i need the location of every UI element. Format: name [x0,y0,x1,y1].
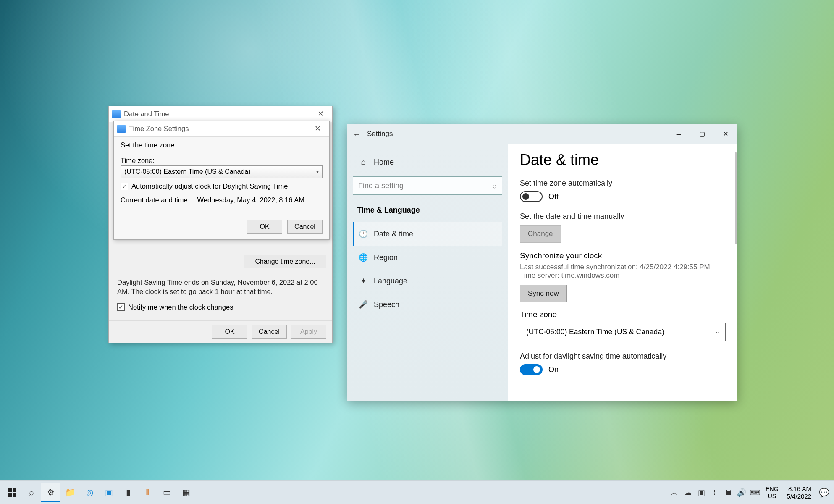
sidebar-item-language[interactable]: ✦ Language [353,269,502,293]
dialog-button-bar: OK Cancel Apply [109,320,332,343]
taskbar-app-file-explorer[interactable]: 📁 [60,483,80,502]
taskbar-app-store[interactable]: ▣ [99,483,118,502]
clock-date: 5/4/2022 [787,493,811,500]
chevron-down-icon: ▾ [316,169,319,175]
close-icon[interactable]: ✕ [309,123,326,135]
notify-label: Notify me when the clock changes [128,303,233,311]
globe-icon: 🌐 [359,253,368,262]
apply-button[interactable]: Apply [291,325,326,339]
taskbar-clock[interactable]: 8:16 AM 5/4/2022 [783,485,816,500]
auto-tz-toggle[interactable]: Off [520,191,726,202]
tray-overflow-icon[interactable]: ︿ [668,488,681,498]
sidebar-item-home[interactable]: ⌂ Home [353,150,502,174]
time-zone-settings-dialog: Time Zone Settings ✕ Set the time zone: … [113,121,330,240]
auto-tz-label: Set time zone automatically [520,179,726,188]
tray-icon[interactable]: ⁞ [708,488,721,497]
change-button[interactable]: Change [520,225,561,243]
ok-button[interactable]: OK [247,220,282,234]
terminal-icon: ▮ [126,487,131,497]
minimize-icon[interactable]: ─ [667,124,690,144]
time-zone-dropdown[interactable]: (UTC-05:00) Eastern Time (US & Canada) ⌄ [520,323,726,341]
start-button[interactable] [3,483,22,502]
close-icon[interactable]: ✕ [714,124,737,144]
search-placeholder: Find a setting [358,181,404,190]
taskbar-app-generic-2[interactable]: ▭ [157,483,176,502]
onedrive-icon[interactable]: ☁ [682,488,694,497]
sidebar-item-speech[interactable]: 🎤 Speech [353,293,502,316]
auto-dst-label: Automatically adjust clock for Daylight … [131,182,288,190]
maximize-icon[interactable]: ▢ [690,124,714,144]
app-icon: ▦ [182,487,190,497]
current-datetime-label: Current date and time: [121,196,195,204]
set-manual-label: Set the date and time manually [520,212,726,221]
search-input[interactable]: Find a setting ⌕ [353,176,502,195]
sidebar-item-label: Date & time [374,230,413,239]
taskbar-app-terminal[interactable]: ▮ [118,483,138,502]
chevron-down-icon: ⌄ [715,329,719,335]
action-center-icon[interactable]: 💬 [816,488,831,498]
app-icon: ⦀ [146,487,149,497]
system-tray: ︿ ☁ ▣ ⁞ 🖥 🔊 ⌨ ENG US 8:16 AM 5/4/2022 💬 [668,485,831,500]
cancel-button[interactable]: Cancel [252,325,287,339]
dialog-titlebar[interactable]: Date and Time ✕ [109,106,332,122]
page-title: Date & time [520,151,726,169]
search-icon: ⌕ [29,488,34,497]
close-icon[interactable]: ✕ [312,108,329,120]
taskbar-app-settings[interactable]: ⚙ [41,483,60,502]
dst-info-text: Daylight Saving Time ends on Sunday, Nov… [109,274,332,297]
dialog-titlebar[interactable]: Time Zone Settings ✕ [114,121,329,137]
globe-icon [117,125,126,133]
taskbar-app-generic-1[interactable]: ⦀ [138,483,157,502]
ok-button[interactable]: OK [212,325,247,339]
sidebar-section-title: Time & Language [353,202,502,222]
toggle-state-text: Off [548,192,559,201]
tz-heading: Time zone [520,310,726,319]
taskbar-app-generic-3[interactable]: ▦ [176,483,196,502]
dialog-title: Date and Time [124,110,169,118]
sync-now-button[interactable]: Sync now [520,285,567,302]
clock-time: 8:16 AM [788,485,811,493]
ime-icon[interactable]: ⌨ [749,488,761,497]
current-datetime-value: Wednesday, May 4, 2022, 8:16 AM [197,196,304,204]
time-zone-dropdown[interactable]: (UTC-05:00) Eastern Time (US & Canada) ▾ [121,165,323,178]
dst-auto-label: Adjust for daylight saving time automati… [520,352,726,361]
sidebar-item-label: Speech [374,300,399,309]
change-time-zone-button[interactable]: Change time zone... [244,255,326,268]
store-icon: ▣ [105,487,113,497]
settings-sidebar: ⌂ Home Find a setting ⌕ Time & Language … [347,144,508,401]
sidebar-item-date-time[interactable]: 🕒 Date & time [353,222,502,246]
tz-selected-value: (UTC-05:00) Eastern Time (US & Canada) [124,168,251,176]
dst-auto-toggle[interactable]: On [520,364,726,375]
back-icon[interactable]: ← [347,129,367,139]
lang-secondary: US [768,493,776,499]
sidebar-item-region[interactable]: 🌐 Region [353,246,502,269]
windows-icon [8,488,16,497]
auto-dst-checkbox[interactable]: ✓ [121,183,128,190]
sync-last-text: Last successful time synchronization: 4/… [520,263,726,271]
scrollbar[interactable] [735,152,737,244]
toggle-state-text: On [548,365,559,374]
settings-content: Date & time Set time zone automatically … [508,144,737,401]
calendar-clock-icon: 🕒 [359,229,368,239]
network-icon[interactable]: 🖥 [722,488,734,497]
taskbar: ⌕ ⚙ 📁 ◎ ▣ ▮ ⦀ ▭ ▦ ︿ ☁ ▣ ⁞ 🖥 🔊 ⌨ ENG US 8… [0,480,834,504]
search-button[interactable]: ⌕ [22,483,41,502]
cancel-button[interactable]: Cancel [287,220,323,234]
tz-selected-value: (UTC-05:00) Eastern Time (US & Canada) [526,328,664,336]
current-datetime-row: Current date and time: Wednesday, May 4,… [121,196,323,204]
taskbar-app-edge[interactable]: ◎ [80,483,99,502]
volume-icon[interactable]: 🔊 [735,488,748,497]
search-icon: ⌕ [492,181,497,190]
microphone-icon: 🎤 [359,300,368,309]
window-title: Settings [367,130,393,138]
folder-icon: 📁 [65,487,76,497]
set-tz-label: Set the time zone: [121,141,323,149]
sidebar-item-label: Region [374,253,398,262]
security-icon[interactable]: ▣ [695,488,708,497]
notify-checkbox[interactable]: ✓ [117,303,125,311]
window-titlebar[interactable]: ← Settings ─ ▢ ✕ [347,124,737,144]
sidebar-item-label: Home [374,158,394,167]
sync-heading: Synchronize your clock [520,251,726,260]
language-indicator[interactable]: ENG US [762,486,782,499]
sync-server-text: Time server: time.windows.com [520,271,726,280]
